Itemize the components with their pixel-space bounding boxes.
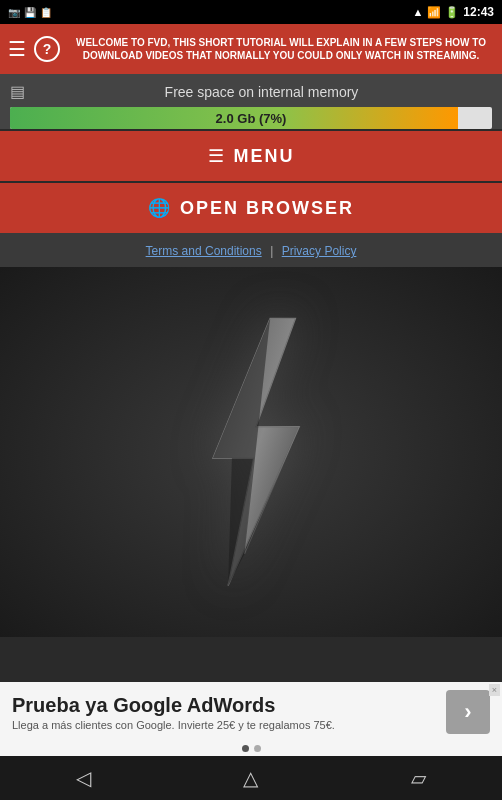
storage-label: Free space on internal memory [31, 84, 492, 100]
recents-button[interactable]: ▱ [411, 766, 426, 790]
clock: 12:43 [463, 5, 494, 19]
toolbar-message: WELCOME TO FVD, THIS SHORT TUTORIAL WILL… [68, 36, 494, 62]
storage-bar-text: 2.0 Gb (7%) [10, 107, 492, 129]
help-button[interactable]: ? [34, 36, 60, 62]
browser-globe-icon: 🌐 [148, 197, 170, 219]
storage-section: ▤ Free space on internal memory 2.0 Gb (… [0, 74, 502, 129]
link-separator: | [270, 244, 273, 258]
ad-title: Prueba ya Google AdWords [12, 694, 436, 717]
lightning-bolt-icon [161, 312, 341, 592]
storage-label-row: ▤ Free space on internal memory [10, 82, 492, 101]
privacy-policy-link[interactable]: Privacy Policy [282, 244, 357, 258]
status-icons-left: 📷 💾 📋 [8, 7, 52, 18]
ad-arrow-button[interactable]: › [446, 690, 490, 734]
browser-button-label: OPEN BROWSER [180, 198, 354, 219]
status-bar: 📷 💾 📋 ▲ 📶 🔋 12:43 [0, 0, 502, 24]
ad-dismiss-button[interactable]: × [489, 684, 500, 696]
status-icons-right: ▲ 📶 🔋 12:43 [412, 5, 494, 19]
signal-icon: 📶 [427, 6, 441, 19]
ad-dots-row [0, 742, 502, 756]
battery-icon: 🔋 [445, 6, 459, 19]
links-row: Terms and Conditions | Privacy Policy [0, 233, 502, 267]
storage-icon: ▤ [10, 82, 25, 101]
ad-dot-0 [242, 745, 249, 752]
hamburger-menu-icon[interactable]: ☰ [8, 39, 26, 59]
ad-subtitle: Llega a más clientes con Google. Inviert… [12, 719, 436, 731]
notification-icon-3: 📋 [40, 7, 52, 18]
lightning-area [0, 267, 502, 637]
notification-icon-2: 💾 [24, 7, 36, 18]
ad-inner: Prueba ya Google AdWords Llega a más cli… [0, 682, 502, 742]
ad-section: Prueba ya Google AdWords Llega a más cli… [0, 682, 502, 756]
ad-dot-1 [254, 745, 261, 752]
ad-content: Prueba ya Google AdWords Llega a más cli… [12, 694, 436, 731]
ad-arrow-icon: › [464, 699, 471, 725]
home-button[interactable]: △ [243, 766, 258, 790]
terms-and-conditions-link[interactable]: Terms and Conditions [146, 244, 262, 258]
menu-button[interactable]: ☰ MENU [0, 131, 502, 181]
navigation-bar: ◁ △ ▱ [0, 756, 502, 800]
back-button[interactable]: ◁ [76, 766, 91, 790]
notification-icon-1: 📷 [8, 7, 20, 18]
question-mark-icon: ? [43, 41, 52, 57]
menu-button-icon: ☰ [208, 145, 224, 167]
storage-bar: 2.0 Gb (7%) [10, 107, 492, 129]
top-toolbar: ☰ ? WELCOME TO FVD, THIS SHORT TUTORIAL … [0, 24, 502, 74]
open-browser-button[interactable]: 🌐 OPEN BROWSER [0, 183, 502, 233]
menu-button-label: MENU [234, 146, 295, 167]
wifi-icon: ▲ [412, 6, 423, 18]
